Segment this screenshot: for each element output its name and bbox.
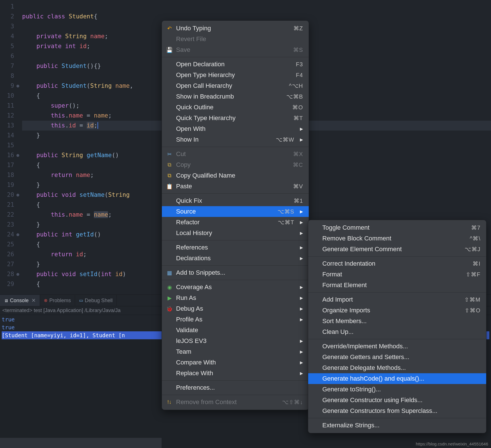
menu-separator — [308, 256, 486, 257]
menu-item[interactable]: Generate Constructor using Fields... — [308, 395, 486, 406]
menu-item[interactable]: Correct Indentation⌘I — [308, 258, 486, 269]
menu-item[interactable]: Source⌥⌘S▶ — [162, 206, 309, 217]
code-line[interactable] — [22, 2, 491, 12]
menu-item[interactable]: Externalize Strings... — [308, 420, 486, 431]
tab-debug-shell[interactable]: ▭ Debug Shell — [75, 295, 117, 306]
📋-icon: 📋 — [166, 183, 173, 190]
submenu-arrow-icon: ▶ — [300, 317, 303, 322]
menu-item[interactable]: 📋Paste⌘V — [162, 181, 309, 192]
menu-item[interactable]: Remove Block Comment^⌘\ — [308, 233, 486, 244]
menu-item[interactable]: Open With▶ — [162, 123, 309, 134]
menu-item-label: Toggle Comment — [322, 224, 455, 231]
▦-icon: ▦ — [166, 270, 173, 276]
menu-item-label: Cut — [176, 150, 278, 158]
menu-item[interactable]: Refactor⌥⌘T▶ — [162, 217, 309, 228]
menu-item[interactable]: Replace With▶ — [162, 368, 309, 379]
menu-item[interactable]: Quick Type Hierarchy⌘T — [162, 113, 309, 123]
debug-shell-icon: ▭ — [79, 298, 83, 303]
menu-item[interactable]: Toggle Comment⌘7 — [308, 222, 486, 233]
menu-shortcut: ^⌘\ — [458, 235, 481, 242]
line-number: 4 — [0, 31, 18, 41]
menu-item[interactable]: Organize Imports⇧⌘O — [308, 305, 486, 316]
menu-item[interactable]: Show in Breadcrumb⌥⌘B — [162, 91, 309, 102]
line-number: 19 — [0, 180, 18, 190]
menu-item[interactable]: Profile As▶ — [162, 314, 309, 325]
menu-item[interactable]: Validate — [162, 325, 309, 336]
submenu-arrow-icon: ▶ — [300, 245, 303, 250]
menu-shortcut: ⌘Z — [280, 25, 303, 32]
menu-shortcut: ⌘1 — [280, 197, 303, 204]
line-number: 24 — [0, 230, 18, 240]
menu-item[interactable]: Show In⌥⌘W▶ — [162, 134, 309, 145]
menu-item[interactable]: Quick Fix⌘1 — [162, 195, 309, 206]
menu-item[interactable]: Open DeclarationF3 — [162, 59, 309, 70]
✂-icon: ✂ — [166, 151, 173, 157]
close-icon[interactable]: ✕ — [31, 297, 36, 304]
menu-separator — [162, 395, 309, 395]
menu-shortcut: ⌘7 — [458, 224, 481, 231]
menu-shortcut: ⌘C — [280, 161, 303, 168]
menu-item[interactable]: Generate hashCode() and equals()... — [308, 373, 486, 384]
line-number: 9 — [0, 81, 18, 91]
menu-item[interactable]: Generate Element Comment⌥⌘J — [308, 244, 486, 255]
line-number: 23 — [0, 220, 18, 230]
source-submenu[interactable]: Toggle Comment⌘7Remove Block Comment^⌘\G… — [308, 220, 486, 433]
menu-item[interactable]: ▶Run As▶ — [162, 293, 309, 303]
menu-item[interactable]: Generate Getters and Setters... — [308, 352, 486, 362]
menu-item[interactable]: Open Call Hierarchy^⌥H — [162, 80, 309, 91]
menu-item[interactable]: Open Type HierarchyF4 — [162, 70, 309, 80]
◉-icon: ◉ — [166, 284, 173, 291]
menu-item-label: Debug As — [176, 305, 294, 312]
line-number: 25 — [0, 240, 18, 249]
menu-item[interactable]: leJOS EV3▶ — [162, 336, 309, 346]
menu-item[interactable]: Clean Up... — [308, 327, 486, 337]
menu-item[interactable]: Preferences... — [162, 382, 309, 393]
menu-shortcut: ⇧⌘O — [458, 307, 481, 314]
menu-item[interactable]: Declarations▶ — [162, 253, 309, 264]
tab-label: Debug Shell — [85, 298, 113, 304]
menu-item[interactable]: ▦Add to Snippets... — [162, 267, 309, 278]
submenu-arrow-icon: ▶ — [300, 339, 303, 343]
menu-item-label: Format — [322, 271, 455, 278]
menu-item-label: Sort Members... — [322, 317, 481, 325]
menu-item[interactable]: Sort Members... — [308, 316, 486, 327]
menu-shortcut: ⌘I — [458, 260, 481, 267]
menu-item[interactable]: Team▶ — [162, 346, 309, 357]
menu-item[interactable]: 🐞Debug As▶ — [162, 303, 309, 314]
menu-item-label: Compare With — [176, 359, 294, 366]
menu-item-label: Format Element — [322, 281, 481, 289]
line-number: 17 — [0, 160, 18, 170]
menu-item[interactable]: Generate Delegate Methods... — [308, 362, 486, 373]
line-number: 6 — [0, 51, 18, 61]
menu-item[interactable]: Quick Outline⌘O — [162, 102, 309, 113]
menu-separator — [308, 339, 486, 339]
menu-item[interactable]: References▶ — [162, 242, 309, 253]
menu-item[interactable]: Format Element — [308, 280, 486, 291]
menu-separator — [308, 418, 486, 418]
menu-item[interactable]: ⧉Copy Qualified Name — [162, 170, 309, 181]
menu-shortcut: ⌥⌘B — [280, 93, 303, 100]
menu-item[interactable]: Local History▶ — [162, 228, 309, 238]
menu-item-label: Team — [176, 348, 294, 355]
context-menu[interactable]: ↶Undo Typing⌘ZRevert File💾Save⌘SOpen Dec… — [162, 20, 309, 410]
menu-item[interactable]: Add Import⇧⌘M — [308, 294, 486, 305]
!↓-icon: !↓ — [166, 399, 173, 405]
menu-item[interactable]: Generate toString()... — [308, 384, 486, 395]
problems-icon: ⊗ — [44, 298, 48, 303]
menu-item[interactable]: ↶Undo Typing⌘Z — [162, 23, 309, 34]
menu-item[interactable]: Format⇧⌘F — [308, 269, 486, 280]
menu-shortcut: ⌘V — [280, 183, 303, 190]
menu-item[interactable]: Generate Constructors from Superclass... — [308, 406, 486, 416]
submenu-arrow-icon: ▶ — [300, 306, 303, 311]
tab-label: Problems — [49, 298, 71, 304]
menu-item[interactable]: Override/Implement Methods... — [308, 341, 486, 352]
tab-console[interactable]: 🖥 Console ✕ — [0, 295, 40, 306]
menu-shortcut: ⌥⌘T — [272, 219, 294, 226]
tab-problems[interactable]: ⊗ Problems — [40, 295, 75, 306]
menu-item[interactable]: Compare With▶ — [162, 357, 309, 368]
menu-item[interactable]: ◉Coverage As▶ — [162, 282, 309, 293]
menu-item-label: Coverage As — [176, 283, 294, 291]
menu-shortcut: ⌥⌘S — [272, 208, 294, 215]
menu-item-label: Add Import — [322, 296, 455, 303]
code-line[interactable]: public class Student{ — [22, 12, 491, 22]
